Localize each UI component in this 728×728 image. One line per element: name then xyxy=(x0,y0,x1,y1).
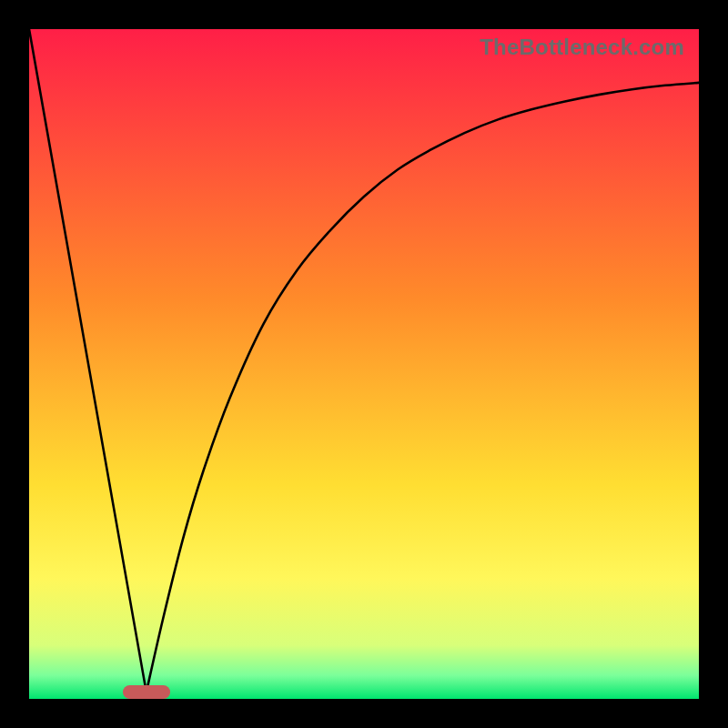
plot-area: TheBottleneck.com xyxy=(29,29,699,699)
curve-layer xyxy=(29,29,699,699)
series-right-curve xyxy=(147,83,699,693)
optimal-range-marker xyxy=(123,685,170,699)
series-left-line xyxy=(29,29,147,693)
chart-frame: TheBottleneck.com xyxy=(0,0,728,728)
